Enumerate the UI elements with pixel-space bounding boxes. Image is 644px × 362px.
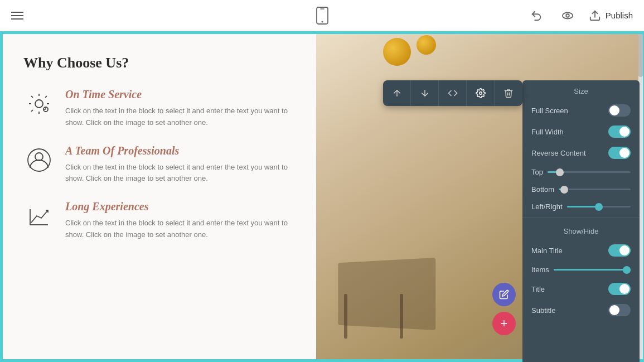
title-track[interactable] <box>608 283 631 295</box>
bottom-row: Bottom <box>522 181 640 198</box>
feature-item-1: On Time Service Click on the text in the… <box>23 88 294 129</box>
reverse-content-track[interactable] <box>608 147 631 159</box>
settings-panel: Size Full Screen Full Width Reverse Cont… <box>522 80 640 362</box>
feature-text-1: On Time Service Click on the text in the… <box>65 88 294 129</box>
move-down-button[interactable] <box>411 80 439 106</box>
full-width-toggle[interactable] <box>608 126 631 138</box>
left-right-slider-track <box>567 206 631 207</box>
full-screen-toggle[interactable] <box>608 104 631 117</box>
subtitle-label: Subtitle <box>531 306 555 315</box>
left-right-slider[interactable] <box>567 206 631 207</box>
person-icon <box>23 144 54 175</box>
header-right: Publish <box>526 6 633 26</box>
title-label: Title <box>531 285 545 293</box>
svg-point-3 <box>563 12 573 18</box>
feature-title-1[interactable]: On Time Service <box>65 88 294 101</box>
items-slider-fill <box>554 269 631 271</box>
full-screen-track[interactable] <box>608 104 631 117</box>
code-button[interactable] <box>439 80 467 106</box>
feature-item-2: A Team Of Professionals Click on the tex… <box>23 144 294 185</box>
top-slider-thumb[interactable] <box>556 168 564 176</box>
feature-desc-3[interactable]: Click on the text in the block to select… <box>65 218 294 241</box>
deco-ball-1 <box>383 38 411 66</box>
reverse-content-toggle[interactable] <box>608 147 631 159</box>
feature-text-2: A Team Of Professionals Click on the tex… <box>65 144 294 185</box>
title-knob <box>619 284 630 294</box>
main-title-toggle[interactable] <box>608 244 631 257</box>
header-bar: Publish <box>0 0 644 31</box>
bottom-label: Bottom <box>531 185 554 194</box>
full-width-row: Full Width <box>522 121 640 142</box>
items-slider[interactable] <box>554 269 631 271</box>
items-slider-track <box>554 269 631 271</box>
subtitle-track[interactable] <box>608 304 631 316</box>
header-left <box>11 12 23 20</box>
left-right-slider-thumb[interactable] <box>595 203 603 211</box>
deco-ball-2 <box>417 35 436 55</box>
add-fab[interactable]: + <box>492 312 516 335</box>
svg-point-9 <box>35 153 43 161</box>
phone-icon[interactable] <box>312 6 332 26</box>
settings-button[interactable] <box>467 80 495 106</box>
top-label: Top <box>531 168 543 176</box>
full-width-track[interactable] <box>608 126 631 138</box>
show-hide-section-label: Show/Hide <box>522 220 640 240</box>
move-up-button[interactable] <box>383 80 411 106</box>
reverse-content-knob <box>619 148 630 158</box>
feature-desc-2[interactable]: Click on the text in the block to select… <box>65 162 294 185</box>
subtitle-knob <box>609 305 619 315</box>
full-width-label: Full Width <box>531 128 564 136</box>
feature-item-3: Long Experiences Click on the text in th… <box>23 200 294 241</box>
bottom-slider-track <box>559 189 631 190</box>
main-title-knob <box>619 245 630 255</box>
items-slider-thumb[interactable] <box>623 266 631 274</box>
main-area: Why Choose Us? On Time Service Click o <box>0 31 644 362</box>
full-screen-knob <box>609 105 619 115</box>
reverse-content-row: Reverse Content <box>522 142 640 163</box>
feature-title-3[interactable]: Long Experiences <box>65 200 294 213</box>
left-content-panel: Why Choose Us? On Time Service Click o <box>1 32 316 361</box>
size-section-label: Size <box>522 80 640 100</box>
publish-label: Publish <box>606 11 633 20</box>
items-row: Items <box>522 261 640 278</box>
left-right-row: Left/Right <box>522 198 640 215</box>
edit-fab[interactable] <box>492 283 516 306</box>
gear-icon <box>23 88 54 119</box>
chart-icon <box>23 200 54 231</box>
reverse-content-label: Reverse Content <box>531 149 586 157</box>
main-title-track[interactable] <box>608 244 631 257</box>
main-title-row: Main Title <box>522 240 640 261</box>
left-right-label: Left/Right <box>531 202 563 211</box>
top-slider[interactable] <box>548 171 631 173</box>
items-label: Items <box>531 266 549 274</box>
bottom-slider-thumb[interactable] <box>560 186 568 194</box>
top-slider-track <box>548 171 631 173</box>
full-screen-label: Full Screen <box>531 107 568 115</box>
preview-button[interactable] <box>558 6 578 26</box>
svg-point-6 <box>35 100 43 108</box>
delete-button[interactable] <box>495 80 522 106</box>
feature-text-3: Long Experiences Click on the text in th… <box>65 200 294 241</box>
scrollbar-thumb[interactable] <box>638 32 643 77</box>
feature-title-2[interactable]: A Team Of Professionals <box>65 144 294 157</box>
subtitle-row: Subtitle <box>522 300 640 321</box>
feature-desc-1[interactable]: Click on the text in the block to select… <box>65 105 294 129</box>
title-toggle[interactable] <box>608 283 631 295</box>
full-screen-row: Full Screen <box>522 100 640 121</box>
svg-point-1 <box>321 21 323 22</box>
section-title[interactable]: Why Choose Us? <box>23 55 294 71</box>
subtitle-toggle[interactable] <box>608 304 631 316</box>
title-row: Title <box>522 278 640 300</box>
settings-divider <box>522 218 640 218</box>
canvas-border-left <box>1 32 3 361</box>
hamburger-icon[interactable] <box>11 12 23 20</box>
block-toolbar <box>383 80 522 106</box>
main-title-label: Main Title <box>531 247 563 255</box>
header-center <box>312 6 332 26</box>
canvas-border-top <box>1 32 643 34</box>
bottom-slider[interactable] <box>559 189 631 190</box>
undo-button[interactable] <box>526 6 546 26</box>
left-right-slider-fill <box>567 206 599 207</box>
publish-button[interactable]: Publish <box>589 9 633 22</box>
svg-point-12 <box>479 92 482 95</box>
